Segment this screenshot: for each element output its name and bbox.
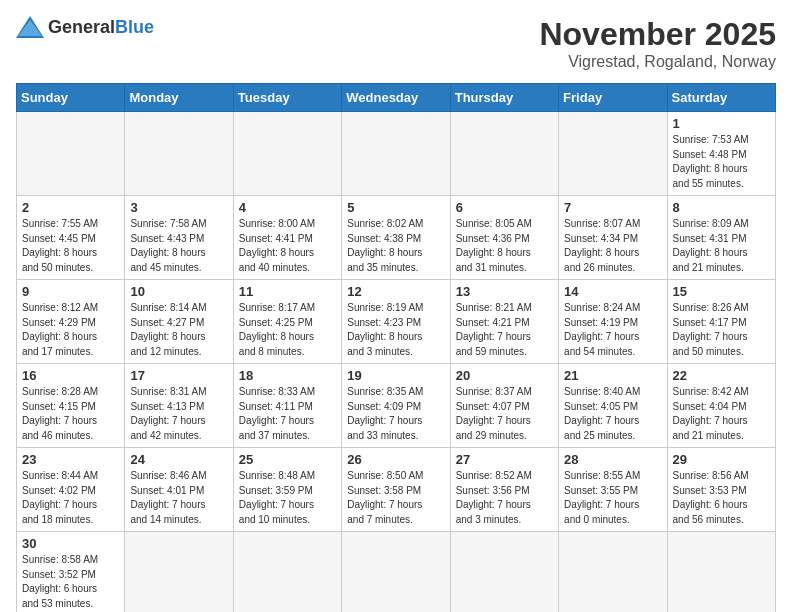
day-info: Sunrise: 8:55 AM Sunset: 3:55 PM Dayligh…	[564, 469, 661, 527]
calendar-day-cell	[233, 112, 341, 196]
calendar-day-cell: 12Sunrise: 8:19 AM Sunset: 4:23 PM Dayli…	[342, 280, 450, 364]
logo: GeneralBlue	[16, 16, 154, 38]
day-number: 23	[22, 452, 119, 467]
calendar-day-cell: 28Sunrise: 8:55 AM Sunset: 3:55 PM Dayli…	[559, 448, 667, 532]
calendar-day-cell: 8Sunrise: 8:09 AM Sunset: 4:31 PM Daylig…	[667, 196, 775, 280]
day-info: Sunrise: 8:50 AM Sunset: 3:58 PM Dayligh…	[347, 469, 444, 527]
day-number: 3	[130, 200, 227, 215]
calendar-day-cell: 25Sunrise: 8:48 AM Sunset: 3:59 PM Dayli…	[233, 448, 341, 532]
day-info: Sunrise: 8:40 AM Sunset: 4:05 PM Dayligh…	[564, 385, 661, 443]
day-info: Sunrise: 8:21 AM Sunset: 4:21 PM Dayligh…	[456, 301, 553, 359]
calendar-day-cell: 14Sunrise: 8:24 AM Sunset: 4:19 PM Dayli…	[559, 280, 667, 364]
calendar-day-cell: 5Sunrise: 8:02 AM Sunset: 4:38 PM Daylig…	[342, 196, 450, 280]
calendar-day-cell: 30Sunrise: 8:58 AM Sunset: 3:52 PM Dayli…	[17, 532, 125, 613]
calendar-day-cell: 11Sunrise: 8:17 AM Sunset: 4:25 PM Dayli…	[233, 280, 341, 364]
calendar-day-cell: 6Sunrise: 8:05 AM Sunset: 4:36 PM Daylig…	[450, 196, 558, 280]
logo-general: General	[48, 17, 115, 37]
logo-icon	[16, 16, 44, 38]
day-number: 16	[22, 368, 119, 383]
day-info: Sunrise: 8:33 AM Sunset: 4:11 PM Dayligh…	[239, 385, 336, 443]
calendar-day-cell: 22Sunrise: 8:42 AM Sunset: 4:04 PM Dayli…	[667, 364, 775, 448]
day-info: Sunrise: 8:09 AM Sunset: 4:31 PM Dayligh…	[673, 217, 770, 275]
day-number: 26	[347, 452, 444, 467]
day-number: 22	[673, 368, 770, 383]
calendar-week-row: 16Sunrise: 8:28 AM Sunset: 4:15 PM Dayli…	[17, 364, 776, 448]
day-number: 13	[456, 284, 553, 299]
calendar-day-cell: 2Sunrise: 7:55 AM Sunset: 4:45 PM Daylig…	[17, 196, 125, 280]
calendar-day-cell	[559, 112, 667, 196]
weekday-header: Sunday	[17, 84, 125, 112]
calendar-day-cell	[17, 112, 125, 196]
calendar-day-cell: 4Sunrise: 8:00 AM Sunset: 4:41 PM Daylig…	[233, 196, 341, 280]
day-number: 19	[347, 368, 444, 383]
day-info: Sunrise: 8:48 AM Sunset: 3:59 PM Dayligh…	[239, 469, 336, 527]
weekday-header: Tuesday	[233, 84, 341, 112]
day-info: Sunrise: 8:35 AM Sunset: 4:09 PM Dayligh…	[347, 385, 444, 443]
day-number: 14	[564, 284, 661, 299]
calendar-day-cell	[342, 112, 450, 196]
day-info: Sunrise: 8:42 AM Sunset: 4:04 PM Dayligh…	[673, 385, 770, 443]
day-info: Sunrise: 8:28 AM Sunset: 4:15 PM Dayligh…	[22, 385, 119, 443]
calendar-day-cell: 13Sunrise: 8:21 AM Sunset: 4:21 PM Dayli…	[450, 280, 558, 364]
calendar-week-row: 30Sunrise: 8:58 AM Sunset: 3:52 PM Dayli…	[17, 532, 776, 613]
day-info: Sunrise: 8:46 AM Sunset: 4:01 PM Dayligh…	[130, 469, 227, 527]
day-info: Sunrise: 7:55 AM Sunset: 4:45 PM Dayligh…	[22, 217, 119, 275]
day-number: 27	[456, 452, 553, 467]
day-number: 21	[564, 368, 661, 383]
weekday-header: Wednesday	[342, 84, 450, 112]
day-info: Sunrise: 8:07 AM Sunset: 4:34 PM Dayligh…	[564, 217, 661, 275]
calendar-day-cell: 3Sunrise: 7:58 AM Sunset: 4:43 PM Daylig…	[125, 196, 233, 280]
calendar-day-cell: 7Sunrise: 8:07 AM Sunset: 4:34 PM Daylig…	[559, 196, 667, 280]
day-info: Sunrise: 8:05 AM Sunset: 4:36 PM Dayligh…	[456, 217, 553, 275]
calendar-day-cell: 19Sunrise: 8:35 AM Sunset: 4:09 PM Dayli…	[342, 364, 450, 448]
calendar-day-cell: 10Sunrise: 8:14 AM Sunset: 4:27 PM Dayli…	[125, 280, 233, 364]
calendar-day-cell: 23Sunrise: 8:44 AM Sunset: 4:02 PM Dayli…	[17, 448, 125, 532]
calendar-day-cell: 18Sunrise: 8:33 AM Sunset: 4:11 PM Dayli…	[233, 364, 341, 448]
day-number: 2	[22, 200, 119, 215]
day-number: 7	[564, 200, 661, 215]
location-title: Vigrestad, Rogaland, Norway	[539, 53, 776, 71]
day-number: 9	[22, 284, 119, 299]
day-info: Sunrise: 8:17 AM Sunset: 4:25 PM Dayligh…	[239, 301, 336, 359]
calendar-day-cell	[450, 112, 558, 196]
calendar-day-cell: 15Sunrise: 8:26 AM Sunset: 4:17 PM Dayli…	[667, 280, 775, 364]
day-number: 8	[673, 200, 770, 215]
day-info: Sunrise: 8:56 AM Sunset: 3:53 PM Dayligh…	[673, 469, 770, 527]
weekday-header: Saturday	[667, 84, 775, 112]
month-title: November 2025	[539, 16, 776, 53]
calendar-day-cell: 24Sunrise: 8:46 AM Sunset: 4:01 PM Dayli…	[125, 448, 233, 532]
title-area: November 2025 Vigrestad, Rogaland, Norwa…	[539, 16, 776, 71]
day-number: 18	[239, 368, 336, 383]
day-number: 15	[673, 284, 770, 299]
calendar-day-cell	[667, 532, 775, 613]
calendar-week-row: 2Sunrise: 7:55 AM Sunset: 4:45 PM Daylig…	[17, 196, 776, 280]
day-info: Sunrise: 8:02 AM Sunset: 4:38 PM Dayligh…	[347, 217, 444, 275]
day-number: 24	[130, 452, 227, 467]
day-number: 30	[22, 536, 119, 551]
calendar-day-cell	[450, 532, 558, 613]
calendar-week-row: 9Sunrise: 8:12 AM Sunset: 4:29 PM Daylig…	[17, 280, 776, 364]
day-info: Sunrise: 8:52 AM Sunset: 3:56 PM Dayligh…	[456, 469, 553, 527]
calendar-week-row: 1Sunrise: 7:53 AM Sunset: 4:48 PM Daylig…	[17, 112, 776, 196]
calendar-table: SundayMondayTuesdayWednesdayThursdayFrid…	[16, 83, 776, 612]
day-number: 6	[456, 200, 553, 215]
day-number: 28	[564, 452, 661, 467]
day-info: Sunrise: 7:58 AM Sunset: 4:43 PM Dayligh…	[130, 217, 227, 275]
calendar-day-cell	[342, 532, 450, 613]
weekday-header: Monday	[125, 84, 233, 112]
calendar-day-cell	[125, 112, 233, 196]
calendar-day-cell	[233, 532, 341, 613]
day-number: 4	[239, 200, 336, 215]
calendar-day-cell: 9Sunrise: 8:12 AM Sunset: 4:29 PM Daylig…	[17, 280, 125, 364]
day-number: 25	[239, 452, 336, 467]
day-number: 5	[347, 200, 444, 215]
calendar-day-cell: 29Sunrise: 8:56 AM Sunset: 3:53 PM Dayli…	[667, 448, 775, 532]
day-number: 12	[347, 284, 444, 299]
day-info: Sunrise: 8:19 AM Sunset: 4:23 PM Dayligh…	[347, 301, 444, 359]
calendar-header-row: SundayMondayTuesdayWednesdayThursdayFrid…	[17, 84, 776, 112]
day-number: 29	[673, 452, 770, 467]
day-info: Sunrise: 8:14 AM Sunset: 4:27 PM Dayligh…	[130, 301, 227, 359]
day-info: Sunrise: 8:00 AM Sunset: 4:41 PM Dayligh…	[239, 217, 336, 275]
svg-marker-1	[18, 20, 42, 36]
calendar-day-cell: 21Sunrise: 8:40 AM Sunset: 4:05 PM Dayli…	[559, 364, 667, 448]
